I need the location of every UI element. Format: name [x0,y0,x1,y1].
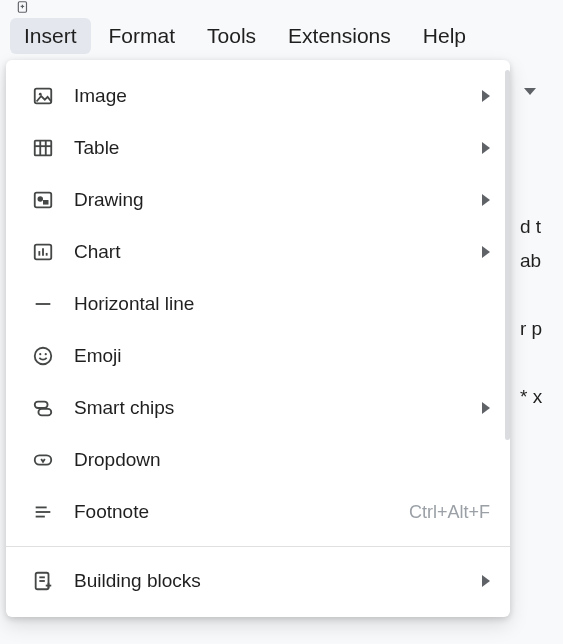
menubar-insert[interactable]: Insert [10,18,91,54]
submenu-arrow-icon [482,194,490,206]
submenu-arrow-icon [482,142,490,154]
svg-rect-20 [35,402,48,408]
menu-divider [6,546,510,547]
svg-rect-5 [35,141,52,156]
menu-item-label: Dropdown [74,449,490,471]
image-icon [32,85,54,107]
toolbar-fragment [12,0,34,14]
dropdown-icon [32,449,54,471]
menubar-extensions-label: Extensions [288,24,391,47]
toolbar-overflow-caret-icon[interactable] [524,88,536,95]
svg-rect-21 [38,409,51,415]
menu-item-table[interactable]: Table [6,122,510,174]
building-blocks-icon [32,570,54,592]
document-text-fragment: d t ab r p * x [520,210,542,414]
menu-item-building-blocks[interactable]: Building blocks [6,555,510,607]
menu-item-smart-chips[interactable]: Smart chips [6,382,510,434]
svg-point-19 [45,353,47,355]
menubar-tools[interactable]: Tools [193,18,270,54]
menu-item-label: Smart chips [74,397,454,419]
svg-point-18 [39,353,41,355]
drawing-icon [32,189,54,211]
menu-item-label: Footnote [74,501,389,523]
menu-item-footnote[interactable]: Footnote Ctrl+Alt+F [6,486,510,538]
menu-item-shortcut: Ctrl+Alt+F [409,502,490,523]
menubar-tools-label: Tools [207,24,256,47]
menu-item-label: Table [74,137,454,159]
svg-rect-11 [43,200,49,205]
footnote-icon [32,501,54,523]
horizontal-line-icon [32,293,54,315]
menu-item-drawing[interactable]: Drawing [6,174,510,226]
menu-item-label: Horizontal line [74,293,490,315]
menu-item-image[interactable]: Image [6,70,510,122]
menu-item-label: Emoji [74,345,490,367]
submenu-arrow-icon [482,575,490,587]
smart-chips-icon [32,397,54,419]
menu-item-dropdown[interactable]: Dropdown [6,434,510,486]
svg-point-17 [35,348,52,365]
chart-icon [32,241,54,263]
menubar-help-label: Help [423,24,466,47]
table-icon [32,137,54,159]
menu-item-chart[interactable]: Chart [6,226,510,278]
menubar-extensions[interactable]: Extensions [274,18,405,54]
menu-item-horizontal-line[interactable]: Horizontal line [6,278,510,330]
menubar-help[interactable]: Help [409,18,480,54]
submenu-arrow-icon [482,90,490,102]
submenu-arrow-icon [482,246,490,258]
menu-item-label: Image [74,85,454,107]
menu-item-label: Drawing [74,189,454,211]
menubar-format[interactable]: Format [95,18,190,54]
menu-item-label: Building blocks [74,570,454,592]
menubar-insert-label: Insert [24,24,77,47]
menu-item-emoji[interactable]: Emoji [6,330,510,382]
emoji-icon [32,345,54,367]
menubar: Insert Format Tools Extensions Help [10,18,480,54]
menubar-format-label: Format [109,24,176,47]
insert-menu-dropdown: Image Table Drawing Chart Horizontal lin… [6,60,510,617]
submenu-arrow-icon [482,402,490,414]
menu-item-label: Chart [74,241,454,263]
svg-point-10 [38,196,44,202]
doc-plus-icon [12,0,34,14]
menu-scrollbar[interactable] [505,70,510,440]
